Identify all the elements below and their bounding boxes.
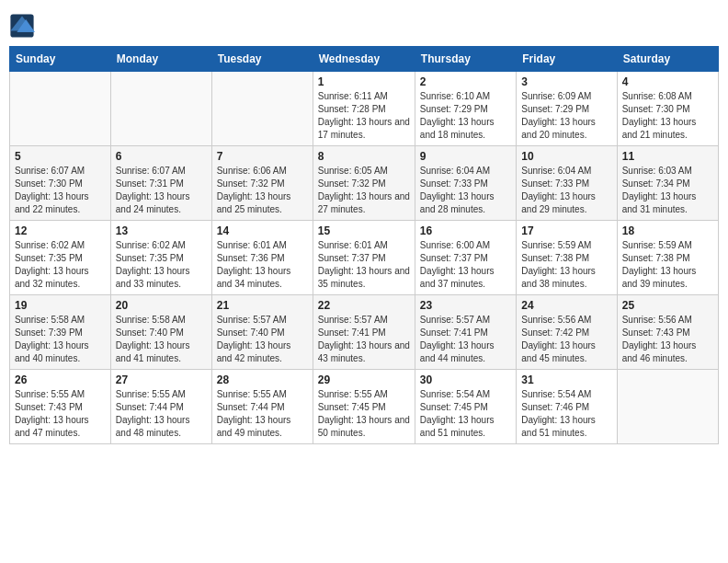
day-info: Sunrise: 5:59 AM Sunset: 7:38 PM Dayligh… [622, 239, 713, 291]
day-info: Sunrise: 6:02 AM Sunset: 7:35 PM Dayligh… [116, 239, 207, 291]
day-number: 25 [622, 299, 713, 312]
day-number: 4 [622, 75, 713, 88]
day-number: 14 [217, 224, 308, 237]
day-number: 19 [15, 299, 106, 312]
day-info: Sunrise: 6:01 AM Sunset: 7:36 PM Dayligh… [217, 239, 308, 291]
day-number: 21 [217, 299, 308, 312]
calendar-cell: 29Sunrise: 5:55 AM Sunset: 7:45 PM Dayli… [313, 370, 415, 444]
weekday-header: Friday [517, 47, 617, 72]
weekday-header: Monday [110, 47, 211, 72]
header [9, 9, 719, 39]
day-info: Sunrise: 6:05 AM Sunset: 7:32 PM Dayligh… [318, 165, 410, 216]
day-number: 15 [318, 224, 410, 237]
day-info: Sunrise: 5:56 AM Sunset: 7:42 PM Dayligh… [521, 314, 611, 365]
calendar-cell: 15Sunrise: 6:01 AM Sunset: 7:37 PM Dayli… [313, 221, 415, 295]
calendar-cell: 8Sunrise: 6:05 AM Sunset: 7:32 PM Daylig… [313, 146, 415, 221]
calendar-cell: 24Sunrise: 5:56 AM Sunset: 7:42 PM Dayli… [517, 295, 617, 370]
day-info: Sunrise: 6:09 AM Sunset: 7:29 PM Dayligh… [521, 90, 611, 142]
calendar-cell: 20Sunrise: 5:58 AM Sunset: 7:40 PM Dayli… [110, 295, 211, 370]
calendar-cell [211, 72, 313, 146]
day-number: 5 [15, 150, 106, 163]
calendar-cell: 13Sunrise: 6:02 AM Sunset: 7:35 PM Dayli… [110, 221, 211, 295]
calendar-cell: 25Sunrise: 5:56 AM Sunset: 7:43 PM Dayli… [617, 295, 718, 370]
day-info: Sunrise: 6:04 AM Sunset: 7:33 PM Dayligh… [521, 165, 611, 216]
day-number: 30 [420, 373, 511, 386]
calendar-cell: 12Sunrise: 6:02 AM Sunset: 7:35 PM Dayli… [10, 221, 111, 295]
calendar-cell: 6Sunrise: 6:07 AM Sunset: 7:31 PM Daylig… [110, 146, 211, 221]
day-number: 9 [420, 150, 511, 163]
day-number: 13 [116, 224, 207, 237]
logo [9, 13, 37, 39]
calendar-cell: 7Sunrise: 6:06 AM Sunset: 7:32 PM Daylig… [211, 146, 313, 221]
day-info: Sunrise: 6:04 AM Sunset: 7:33 PM Dayligh… [420, 165, 511, 216]
calendar-cell [10, 72, 111, 146]
weekday-header: Thursday [415, 47, 516, 72]
day-info: Sunrise: 5:55 AM Sunset: 7:44 PM Dayligh… [116, 388, 207, 440]
day-info: Sunrise: 6:07 AM Sunset: 7:30 PM Dayligh… [15, 165, 106, 216]
day-number: 1 [318, 75, 410, 88]
weekday-header: Tuesday [211, 47, 313, 72]
calendar-cell: 18Sunrise: 5:59 AM Sunset: 7:38 PM Dayli… [617, 221, 718, 295]
calendar-cell: 28Sunrise: 5:55 AM Sunset: 7:44 PM Dayli… [211, 370, 313, 444]
day-number: 16 [420, 224, 511, 237]
calendar-cell: 4Sunrise: 6:08 AM Sunset: 7:30 PM Daylig… [617, 72, 718, 146]
day-info: Sunrise: 6:07 AM Sunset: 7:31 PM Dayligh… [116, 165, 207, 216]
calendar-header-row: SundayMondayTuesdayWednesdayThursdayFrid… [10, 47, 719, 72]
day-info: Sunrise: 6:03 AM Sunset: 7:34 PM Dayligh… [622, 165, 713, 216]
day-number: 26 [15, 373, 106, 386]
calendar-cell: 16Sunrise: 6:00 AM Sunset: 7:37 PM Dayli… [415, 221, 516, 295]
day-number: 11 [622, 150, 713, 163]
day-number: 18 [622, 224, 713, 237]
calendar-cell: 27Sunrise: 5:55 AM Sunset: 7:44 PM Dayli… [110, 370, 211, 444]
day-number: 6 [116, 150, 207, 163]
calendar-cell: 11Sunrise: 6:03 AM Sunset: 7:34 PM Dayli… [617, 146, 718, 221]
calendar-body: 1Sunrise: 6:11 AM Sunset: 7:28 PM Daylig… [10, 72, 719, 444]
calendar-cell: 26Sunrise: 5:55 AM Sunset: 7:43 PM Dayli… [10, 370, 111, 444]
day-info: Sunrise: 5:57 AM Sunset: 7:40 PM Dayligh… [217, 314, 308, 365]
calendar-cell [617, 370, 718, 444]
day-info: Sunrise: 6:08 AM Sunset: 7:30 PM Dayligh… [622, 90, 713, 142]
day-info: Sunrise: 6:06 AM Sunset: 7:32 PM Dayligh… [217, 165, 308, 216]
day-info: Sunrise: 5:58 AM Sunset: 7:39 PM Dayligh… [15, 314, 106, 365]
day-info: Sunrise: 5:57 AM Sunset: 7:41 PM Dayligh… [420, 314, 511, 365]
day-info: Sunrise: 6:10 AM Sunset: 7:29 PM Dayligh… [420, 90, 511, 142]
calendar-cell: 9Sunrise: 6:04 AM Sunset: 7:33 PM Daylig… [415, 146, 516, 221]
calendar-cell: 2Sunrise: 6:10 AM Sunset: 7:29 PM Daylig… [415, 72, 516, 146]
day-info: Sunrise: 5:55 AM Sunset: 7:45 PM Dayligh… [318, 388, 410, 440]
calendar-cell: 21Sunrise: 5:57 AM Sunset: 7:40 PM Dayli… [211, 295, 313, 370]
calendar-cell: 23Sunrise: 5:57 AM Sunset: 7:41 PM Dayli… [415, 295, 516, 370]
day-info: Sunrise: 5:58 AM Sunset: 7:40 PM Dayligh… [116, 314, 207, 365]
day-info: Sunrise: 5:57 AM Sunset: 7:41 PM Dayligh… [318, 314, 410, 365]
day-info: Sunrise: 5:55 AM Sunset: 7:44 PM Dayligh… [217, 388, 308, 440]
day-info: Sunrise: 5:54 AM Sunset: 7:45 PM Dayligh… [420, 388, 511, 440]
calendar-cell: 30Sunrise: 5:54 AM Sunset: 7:45 PM Dayli… [415, 370, 516, 444]
day-number: 8 [318, 150, 410, 163]
weekday-header: Wednesday [313, 47, 415, 72]
calendar-cell: 19Sunrise: 5:58 AM Sunset: 7:39 PM Dayli… [10, 295, 111, 370]
day-info: Sunrise: 6:11 AM Sunset: 7:28 PM Dayligh… [318, 90, 410, 142]
calendar-cell: 22Sunrise: 5:57 AM Sunset: 7:41 PM Dayli… [313, 295, 415, 370]
calendar-cell: 17Sunrise: 5:59 AM Sunset: 7:38 PM Dayli… [517, 221, 617, 295]
day-info: Sunrise: 6:01 AM Sunset: 7:37 PM Dayligh… [318, 239, 410, 291]
calendar-cell: 14Sunrise: 6:01 AM Sunset: 7:36 PM Dayli… [211, 221, 313, 295]
day-info: Sunrise: 5:56 AM Sunset: 7:43 PM Dayligh… [622, 314, 713, 365]
day-number: 27 [116, 373, 207, 386]
day-number: 23 [420, 299, 511, 312]
calendar-week-row: 19Sunrise: 5:58 AM Sunset: 7:39 PM Dayli… [10, 295, 719, 370]
weekday-header: Sunday [10, 47, 111, 72]
day-info: Sunrise: 6:00 AM Sunset: 7:37 PM Dayligh… [420, 239, 511, 291]
day-number: 22 [318, 299, 410, 312]
day-number: 3 [521, 75, 611, 88]
day-number: 2 [420, 75, 511, 88]
calendar-week-row: 5Sunrise: 6:07 AM Sunset: 7:30 PM Daylig… [10, 146, 719, 221]
day-number: 10 [521, 150, 611, 163]
calendar-cell: 1Sunrise: 6:11 AM Sunset: 7:28 PM Daylig… [313, 72, 415, 146]
day-number: 12 [15, 224, 106, 237]
day-number: 28 [217, 373, 308, 386]
calendar-week-row: 12Sunrise: 6:02 AM Sunset: 7:35 PM Dayli… [10, 221, 719, 295]
calendar-table: SundayMondayTuesdayWednesdayThursdayFrid… [9, 46, 719, 444]
day-number: 7 [217, 150, 308, 163]
day-number: 17 [521, 224, 611, 237]
day-number: 31 [521, 373, 611, 386]
day-number: 20 [116, 299, 207, 312]
